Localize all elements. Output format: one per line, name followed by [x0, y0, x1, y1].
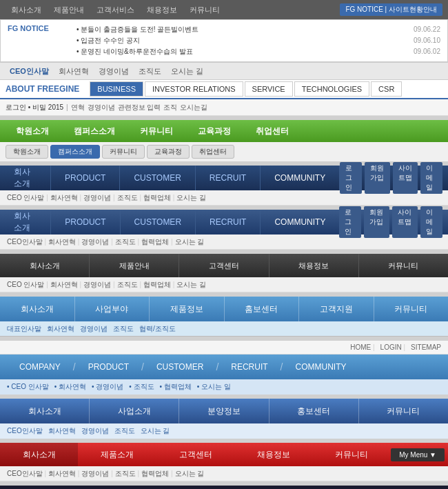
ensub-5[interactable]: • 오시는 일 [197, 382, 231, 392]
dark-nav-2[interactable]: CUSTOMER [120, 166, 195, 190]
dsub-0[interactable]: CEO 인사말 [7, 193, 48, 203]
k5sub-1[interactable]: 회사연혁 [50, 280, 81, 290]
ensub-4[interactable]: • 협력업체 [160, 382, 192, 392]
en-2[interactable]: CUSTOMER [144, 355, 216, 379]
rsub-2[interactable]: 경영이념 [81, 469, 112, 479]
ds2-1[interactable]: 회사연혁 [48, 237, 79, 247]
dark-nav-4[interactable]: COMMUNITY [261, 166, 340, 190]
ds2-4[interactable]: 협력업체 [141, 237, 172, 247]
dsub-1[interactable]: 회사연혁 [50, 193, 81, 203]
dsub-4[interactable]: 협력업체 [143, 193, 174, 203]
ds2-0[interactable]: CEO인사말 [7, 237, 46, 247]
nav-item-recruit[interactable]: 채용정보 [141, 3, 183, 17]
b6-2[interactable]: 제품정보 [150, 297, 225, 321]
tab-tech[interactable]: TECHNOLOGIES [294, 81, 369, 97]
dsub-5[interactable]: 오시는 길 [176, 193, 206, 203]
ensub-0[interactable]: • CEO 인사말 [7, 382, 49, 392]
red-0[interactable]: 회사소개 [0, 443, 78, 466]
notice-item-1[interactable]: • 분들이 출금증들을 도전! 골든빌이벤트 09.06.22 [77, 24, 440, 35]
year-item-0[interactable]: 연혁 [71, 103, 85, 112]
ceo-nav-3[interactable]: 조직도 [134, 65, 165, 78]
red-3[interactable]: 채용정보 [234, 443, 312, 466]
dn2-2[interactable]: CUSTOMER [121, 210, 196, 234]
kbsub-1[interactable]: 회사연혁 [48, 426, 76, 436]
kb-0[interactable]: 회사소개 [0, 399, 90, 423]
dn2-1[interactable]: PRODUCT [51, 210, 120, 234]
dn2-0[interactable]: 회사소개 [0, 210, 51, 234]
tab-business[interactable]: BUSINESS [90, 81, 143, 97]
k5-0[interactable]: 회사소개 [0, 254, 90, 277]
year-item-3[interactable]: 조직 [163, 103, 177, 112]
green-nav-4[interactable]: 취업센터 [243, 120, 301, 142]
b6-1[interactable]: 사업부야 [75, 297, 150, 321]
k5sub-4[interactable]: 협력업체 [143, 280, 174, 290]
kbsub-2[interactable]: 경영이념 [81, 426, 109, 436]
mymenu-btn[interactable]: My Menu ▼ [391, 448, 445, 461]
ds2-3[interactable]: 조직도 [115, 237, 139, 247]
nav-item-service[interactable]: 고객서비스 [91, 3, 140, 17]
b6sub-3[interactable]: 조직도 [113, 324, 134, 334]
notice-item-3[interactable]: • 운영진 네이밍&하루운전수습의 발표 09.06.02 [77, 46, 440, 57]
en-3[interactable]: RECRUIT [218, 355, 280, 379]
b6sub-4[interactable]: 협력/조직도 [139, 324, 176, 334]
gtab-3[interactable]: 교육과정 [147, 145, 190, 159]
nav-item-product[interactable]: 제품안내 [48, 3, 90, 17]
red-2[interactable]: 고객센터 [156, 443, 234, 466]
cn-1[interactable]: BUSINESS [70, 486, 134, 489]
dn2-btn-0[interactable]: 로그인 [339, 206, 361, 238]
gtab-4[interactable]: 취업센터 [192, 145, 234, 159]
ensub-2[interactable]: • 경영이념 [92, 382, 123, 392]
notice-item-2[interactable]: • 입금전 수수인 공지 09.06.10 [77, 35, 440, 46]
b6sub-1[interactable]: 회사연혁 [47, 324, 74, 334]
dark-btn-2[interactable]: 사이트맵 [393, 162, 418, 194]
cn-4[interactable]: COMMUNITY [270, 486, 343, 489]
ceo-nav-2[interactable]: 경영이념 [94, 65, 133, 78]
dark-nav-3[interactable]: RECRUIT [196, 166, 261, 190]
ds2-2[interactable]: 경영이념 [81, 237, 112, 247]
b6-5[interactable]: 커뮤니티 [374, 297, 449, 321]
dn2-btn-1[interactable]: 회원가입 [364, 206, 389, 238]
en-1[interactable]: PRODUCT [76, 355, 141, 379]
year-item-2[interactable]: 관련정보 입력 [118, 103, 161, 112]
dn2-btn-2[interactable]: 사이트맵 [392, 206, 418, 238]
dark-btn-1[interactable]: 회원가입 [365, 162, 390, 194]
k5-2[interactable]: 고객센터 [179, 254, 269, 277]
tab-service[interactable]: SERVICE [245, 81, 293, 97]
kbsub-4[interactable]: 오시는 길 [141, 426, 170, 436]
ensub-1[interactable]: • 회사연혁 [54, 382, 86, 392]
bc-home[interactable]: HOME [350, 343, 374, 351]
tab-investor[interactable]: INVESTOR RELATIONS [145, 81, 243, 97]
cn-3[interactable]: RECRUIT [208, 486, 267, 489]
en-4[interactable]: COMMUNITY [283, 355, 359, 379]
tab-csr[interactable]: CSR [371, 81, 402, 97]
rsub-3[interactable]: 조직도 [115, 469, 139, 479]
k5sub-5[interactable]: 오시는 길 [176, 280, 206, 290]
rsub-0[interactable]: CEO인사말 [7, 469, 46, 479]
bc-sitemap[interactable]: SITEMAP [411, 343, 441, 351]
kb-3[interactable]: 홍보센터 [269, 399, 359, 423]
red-1[interactable]: 제품소개 [78, 443, 156, 466]
k5sub-2[interactable]: 경영이념 [83, 280, 114, 290]
k5sub-0[interactable]: CEO 인사말 [7, 280, 48, 290]
year-item-1[interactable]: 경영이념 [88, 103, 115, 112]
dn2-4[interactable]: COMMUNITY [261, 210, 339, 234]
green-nav-3[interactable]: 교육과정 [185, 120, 243, 142]
ceo-nav-1[interactable]: 회사연혁 [54, 65, 93, 78]
k5-4[interactable]: 커뮤니티 [359, 254, 448, 277]
en-0[interactable]: COMPANY [7, 355, 73, 379]
cn-0[interactable]: COMPANY [3, 486, 67, 489]
dn2-btn-3[interactable]: 이메일 [420, 206, 442, 238]
ceo-nav-4[interactable]: 오시는 길 [167, 65, 207, 78]
rsub-1[interactable]: 회사연혁 [48, 469, 79, 479]
nav-item-company[interactable]: 회사소개 [6, 3, 47, 17]
kbsub-3[interactable]: 조직도 [114, 426, 135, 436]
nav-item-community[interactable]: 커뮤니티 [184, 3, 225, 17]
kb-4[interactable]: 커뮤니티 [359, 399, 448, 423]
fg-notice-btn[interactable]: FG NOTICE | 사이트현황안내 [340, 3, 442, 16]
b6-0[interactable]: 회사소개 [0, 297, 75, 321]
bc-login[interactable]: LOGIN [380, 343, 406, 351]
green-nav-0[interactable]: 학원소개 [3, 120, 61, 142]
rsub-4[interactable]: 협력업체 [141, 469, 172, 479]
gtab-2[interactable]: 커뮤니티 [102, 145, 145, 159]
kb-1[interactable]: 사업소개 [90, 399, 179, 423]
